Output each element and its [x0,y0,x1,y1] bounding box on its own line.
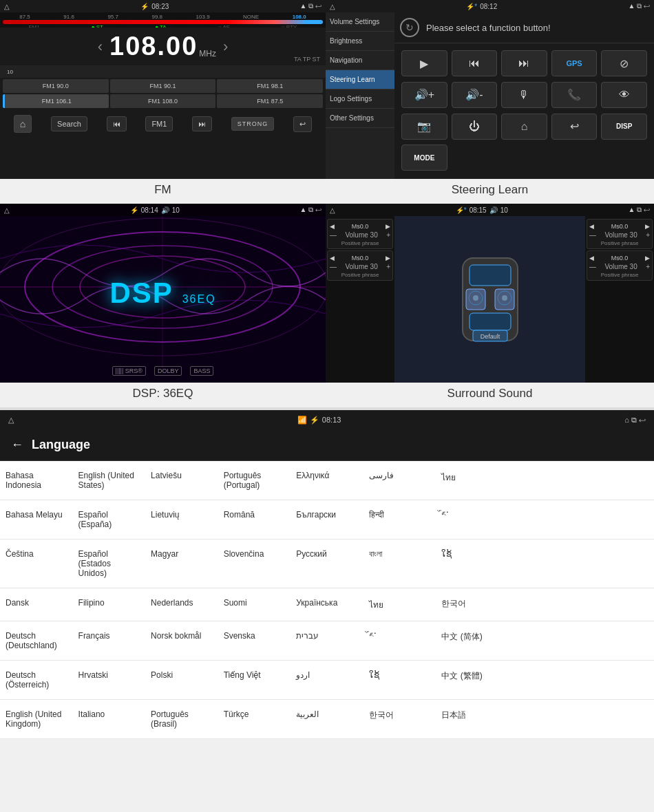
steer-disp-btn[interactable]: DISP [601,114,647,140]
fm-preset-4[interactable]: FM1 106.1 [3,94,109,108]
steer-camera-btn[interactable]: 📷 [401,114,447,140]
lang-arabic[interactable]: العربية [291,700,363,739]
fm-strong-button[interactable]: STRONG [231,117,275,131]
lang-bahasa-melayu[interactable]: Bahasa Melayu [0,500,73,539]
lang-polish[interactable]: Polski [145,661,218,700]
steering-section: △ ⚡* 08:12 ▲ ⧉ ↩ Volume Settings Brightn… [326,0,654,204]
lang-swedish[interactable]: Svenska [218,621,291,661]
lang-tibetan-2[interactable]: ཇོ་ [363,621,436,661]
lang-slovak[interactable]: Slovenčina [218,539,291,588]
lang-czech[interactable]: Čeština [0,539,73,588]
lang-russian[interactable]: Русский [291,539,363,588]
lang-tibetan-1[interactable]: ཇོ་ [436,500,509,539]
fm-preset-1[interactable]: FM1 90.0 [3,79,109,93]
lang-hebrew[interactable]: עברית [291,621,363,661]
fm-prev-arrow[interactable]: ‹ [91,38,109,56]
steering-nav-icons: ▲ ⧉ ↩ [629,2,650,10]
menu-volume-settings[interactable]: Volume Settings [326,12,394,32]
lang-urdu[interactable]: اردو [291,661,363,700]
lang-bengali[interactable]: বাংলা [363,539,436,588]
lang-vietnamese[interactable]: Tiếng Việt [218,661,291,700]
menu-navigation[interactable]: Navigation [326,51,394,70]
steer-no-btn[interactable]: ⊘ [601,50,647,76]
fm-time: 08:23 [151,3,169,10]
steer-home-btn[interactable]: ⌂ [501,114,547,140]
fm-home-button[interactable]: ⌂ [14,115,32,133]
lang-chinese-traditional[interactable]: 中文 (繁體) [436,661,509,700]
lang-filipino[interactable]: Filipino [73,588,146,621]
lang-italian[interactable]: Italiano [73,700,146,739]
surround-panel: △ ⚡* 08:15 🔊 10 ▲ ⧉ ↩ ◀ [326,204,654,383]
steer-back-btn[interactable]: ↩ [551,114,598,140]
lang-deutsch-at[interactable]: Deutsch (Österreich) [0,661,73,700]
svg-rect-7 [470,265,511,286]
lang-espanol-spain[interactable]: Español (España) [73,500,146,539]
lang-chinese-simplified[interactable]: 中文 (简体) [436,621,509,661]
lang-english-us[interactable]: English (United States) [73,461,146,500]
lang-hindi[interactable]: हिन्दी [363,500,436,539]
menu-other-settings[interactable]: Other Settings [326,109,394,128]
lang-portuguese-portugal[interactable]: Português (Portugal) [218,461,291,500]
dsp-tag-srs: ||||| SRS® [112,366,146,376]
fm-preset-5[interactable]: FM1 108.0 [110,94,216,108]
fm-next-button[interactable]: ⏭ [192,116,212,131]
fm-back-button[interactable]: ↩ [293,116,312,132]
fm-search-button[interactable]: Search [51,116,87,131]
steer-gps-btn[interactable]: GPS [551,50,598,76]
steer-prev-btn[interactable]: ⏮ [452,50,498,76]
lang-croatian[interactable]: Hrvatski [73,661,146,700]
lang-lao[interactable]: ໃຊ້ [436,539,509,588]
lang-hungarian[interactable]: Magyar [145,539,218,588]
bottom-row: △ ⚡ 08:14 🔊 10 ▲ ⧉ ↩ [0,204,654,407]
lang-ukrainian[interactable]: Українська [291,588,363,621]
lang-korean-1[interactable]: 한국어 [436,588,509,621]
fm-preset-3[interactable]: FM1 98.1 [217,79,323,93]
steer-vol-down-btn[interactable]: 🔊- [452,82,498,108]
lang-deutsch-de[interactable]: Deutsch (Deutschland) [0,621,73,661]
lang-danish[interactable]: Dansk [0,588,73,621]
lang-greek[interactable]: Ελληνικά [291,461,363,500]
lang-espanol-us[interactable]: Español (Estados Unidos) [73,539,146,588]
dsp-main-text: DSP 36EQ [109,277,215,309]
lang-lithuanian[interactable]: Lietuvių [145,500,218,539]
fm-preset-2[interactable]: FM1 90.1 [110,79,216,93]
fm-preset-6[interactable]: FM1 87.5 [217,94,323,108]
lang-bulgarian[interactable]: Български [291,500,363,539]
steer-view-btn[interactable]: 👁 [601,82,647,108]
steer-mic-btn[interactable]: 🎙 [501,82,547,108]
lang-finnish[interactable]: Suomi [218,588,291,621]
freq-95: 95.7 [107,14,118,20]
lang-norwegian[interactable]: Norsk bokmål [145,621,218,661]
steer-power-btn[interactable]: ⏻ [452,114,498,140]
lang-bahasa-indonesia[interactable]: Bahasa Indonesia [0,461,73,500]
surround-home-icon: △ [330,206,335,214]
steering-refresh-icon[interactable]: ↻ [400,18,419,37]
lang-romanian[interactable]: Română [218,500,291,539]
dsp-text-overlay: DSP 36EQ [109,277,215,310]
lang-header: ← Language [0,429,654,461]
lang-turkish[interactable]: Türkçe [218,700,291,739]
fm-frequency: 108.00 [109,32,198,61]
steer-vol-up-btn[interactable]: 🔊+ [401,82,447,108]
steer-play-btn[interactable]: ▶ [401,50,447,76]
menu-brightness[interactable]: Brightness [326,32,394,51]
fm-next-arrow[interactable]: › [216,38,235,56]
lang-portuguese-brazil[interactable]: Português (Brasil) [145,700,218,739]
lang-english-uk[interactable]: English (United Kingdom) [0,700,73,739]
lang-thai-1[interactable]: ไทย [436,461,509,500]
lang-thai-2[interactable]: ไทย [363,588,436,621]
fm-prev-button[interactable]: ⏮ [107,116,127,131]
steer-next-btn[interactable]: ⏭ [501,50,547,76]
lang-french[interactable]: Français [73,621,146,661]
lang-back-button[interactable]: ← [11,438,23,452]
menu-steering-learn[interactable]: Steering Learn [326,70,394,89]
lang-japanese[interactable]: 日本語 [436,700,509,739]
lang-korean-2[interactable]: 한국어 [363,700,436,739]
lang-farsi[interactable]: فارسی [363,461,436,500]
lang-dutch[interactable]: Nederlands [145,588,218,621]
menu-logo-settings[interactable]: Logo Settings [326,89,394,109]
steer-call-btn[interactable]: 📞 [551,82,598,108]
lang-lao-2[interactable]: ໃຊ້ [363,661,436,700]
lang-latviesu[interactable]: Latviešu [145,461,218,500]
steer-mode-btn[interactable]: MODE [401,145,447,171]
